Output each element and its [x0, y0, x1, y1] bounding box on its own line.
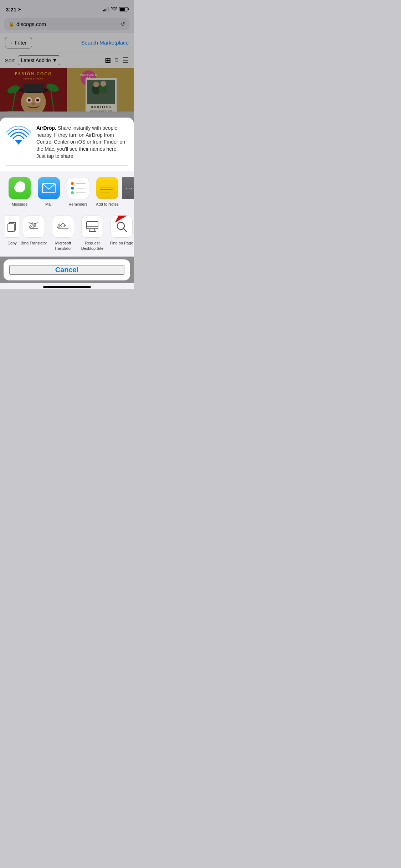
apps-panel: Message Mail — [0, 171, 134, 211]
airdrop-separator — [6, 165, 128, 166]
notes-app-icon — [96, 177, 118, 199]
airdrop-icon — [6, 125, 31, 150]
reminder-line-1 — [76, 183, 86, 184]
actions-row: Copy あ a Bing Tr — [0, 216, 134, 251]
reminder-row-1 — [71, 182, 86, 185]
action-item-copy[interactable]: Copy — [5, 216, 19, 251]
mail-label: Mail — [45, 202, 52, 207]
home-bar — [43, 286, 91, 288]
reminder-line-3 — [76, 192, 86, 193]
action-item-bing-translator[interactable]: あ a Bing Translator — [19, 216, 48, 251]
reminders-label: Reminders — [68, 202, 87, 207]
svg-text:あ: あ — [57, 223, 62, 228]
notes-line-1 — [100, 187, 113, 187]
mail-app-icon — [38, 177, 60, 199]
cancel-button[interactable]: Cancel — [9, 265, 124, 275]
copy-label: Copy — [7, 241, 17, 246]
reminders-app-icon — [67, 177, 89, 199]
notes-line-3 — [100, 192, 110, 192]
bing-translator-label: Bing Translator — [21, 241, 47, 246]
notes-content — [96, 177, 118, 199]
message-app-icon — [9, 177, 31, 199]
reminder-dot-3 — [71, 191, 74, 194]
svg-rect-31 — [8, 224, 14, 232]
reminders-content — [68, 179, 88, 197]
svg-rect-36 — [87, 222, 98, 229]
message-label: Message — [12, 202, 28, 207]
find-on-page-label: Find on Page — [110, 241, 133, 246]
svg-line-38 — [94, 229, 95, 232]
more-app-icon: ··· — [122, 177, 134, 199]
notes-lines — [100, 187, 115, 192]
app-item-notes[interactable]: Add to Notes — [93, 177, 122, 207]
app-item-mail[interactable]: Mail — [34, 177, 63, 207]
svg-line-37 — [89, 229, 90, 232]
svg-line-42 — [123, 228, 127, 232]
microsoft-translator-label: Microsoft Translator — [48, 241, 78, 251]
airdrop-panel: AirDrop. Share instantly with people nea… — [0, 118, 134, 171]
airdrop-description: AirDrop. Share instantly with people nea… — [36, 125, 128, 160]
airdrop-title: AirDrop. — [36, 125, 56, 131]
app-item-message[interactable]: Message — [5, 177, 34, 207]
reminder-dot-2 — [71, 187, 74, 190]
cancel-panel[interactable]: Cancel — [4, 259, 130, 280]
find-on-page-icon — [110, 216, 133, 238]
share-sheet: AirDrop. Share instantly with people nea… — [0, 118, 134, 289]
reminder-line-2 — [76, 188, 86, 188]
notes-line-2 — [100, 189, 113, 190]
reminder-dot-1 — [71, 182, 74, 185]
copy-action-icon — [5, 216, 19, 238]
more-icon: ··· — [126, 184, 132, 193]
reminder-row-2 — [71, 187, 86, 190]
microsoft-translator-icon: あ a — [52, 216, 74, 238]
home-indicator — [0, 283, 134, 289]
app-item-reminders[interactable]: Reminders — [63, 177, 93, 207]
action-item-find-on-page[interactable]: Find on Page — [107, 216, 134, 251]
reminder-row-3 — [71, 191, 86, 194]
airdrop-content: AirDrop. Share instantly with people nea… — [6, 125, 128, 160]
action-item-microsoft-translator[interactable]: あ a Microsoft Translator — [48, 216, 78, 251]
app-item-more[interactable]: ··· — [122, 177, 134, 207]
notes-label: Add to Notes — [96, 202, 119, 207]
translate-icon: あ a — [27, 219, 40, 234]
bing-translator-icon: あ a — [23, 216, 45, 238]
request-desktop-label: Request Desktop Site — [78, 241, 107, 251]
request-desktop-icon — [81, 216, 103, 238]
action-item-request-desktop[interactable]: Request Desktop Site — [78, 216, 107, 251]
actions-panel: Copy あ a Bing Tr — [0, 211, 134, 257]
apps-row: Message Mail — [0, 177, 134, 207]
